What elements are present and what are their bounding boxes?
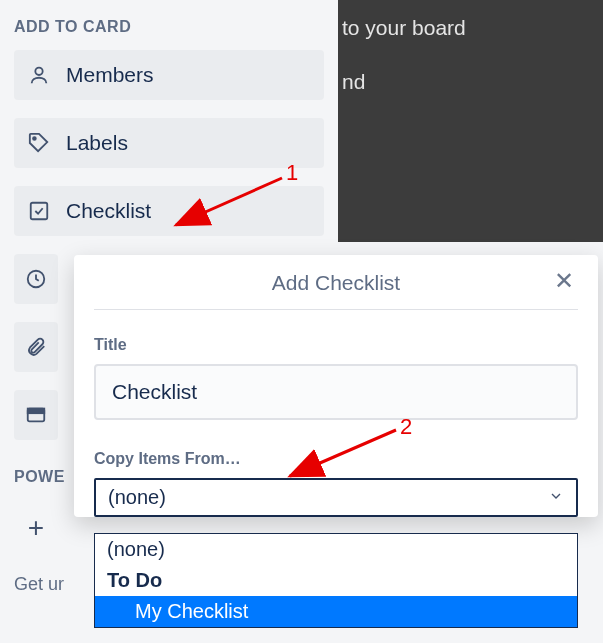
labels-label: Labels — [66, 131, 128, 155]
close-button[interactable]: ✕ — [550, 267, 578, 295]
bg-text-2: nd — [342, 70, 365, 94]
svg-rect-5 — [28, 409, 45, 414]
option-none[interactable]: (none) — [95, 534, 577, 565]
option-my-checklist[interactable]: My Checklist — [95, 596, 577, 627]
cover-icon — [25, 404, 47, 426]
checklist-icon — [28, 200, 50, 222]
cover-button[interactable] — [14, 390, 58, 440]
checklist-label: Checklist — [66, 199, 151, 223]
members-label: Members — [66, 63, 154, 87]
select-value: (none) — [108, 486, 166, 509]
option-group-todo[interactable]: To Do — [95, 565, 577, 596]
labels-button[interactable]: Labels — [14, 118, 324, 168]
svg-point-1 — [33, 137, 36, 140]
section-header: ADD TO CARD — [14, 18, 324, 36]
members-button[interactable]: Members — [14, 50, 324, 100]
tag-icon — [28, 132, 50, 154]
clock-icon — [25, 268, 47, 290]
add-checklist-popover: Add Checklist ✕ Title Copy Items From… (… — [74, 255, 598, 517]
copy-from-dropdown: (none) To Do My Checklist — [94, 533, 578, 628]
copy-from-label: Copy Items From… — [94, 450, 578, 468]
annotation-1: 1 — [286, 160, 298, 186]
svg-point-0 — [35, 68, 42, 75]
checklist-title-input[interactable] — [94, 364, 578, 420]
attachment-icon — [25, 336, 47, 358]
bg-text-1: to your board — [342, 16, 466, 40]
person-icon — [28, 64, 50, 86]
checklist-button[interactable]: Checklist — [14, 186, 324, 236]
chevron-down-icon — [548, 486, 564, 509]
title-field-label: Title — [94, 336, 578, 354]
close-icon: ✕ — [554, 267, 574, 294]
dates-button[interactable] — [14, 254, 58, 304]
svg-rect-2 — [31, 203, 48, 220]
background-panel: to your board nd — [338, 0, 603, 242]
add-powerup-button[interactable]: + — [14, 506, 58, 550]
attachment-button[interactable] — [14, 322, 58, 372]
popover-title: Add Checklist — [272, 271, 400, 294]
plus-icon: + — [28, 512, 44, 544]
copy-from-select[interactable]: (none) — [94, 478, 578, 517]
annotation-2: 2 — [400, 414, 412, 440]
